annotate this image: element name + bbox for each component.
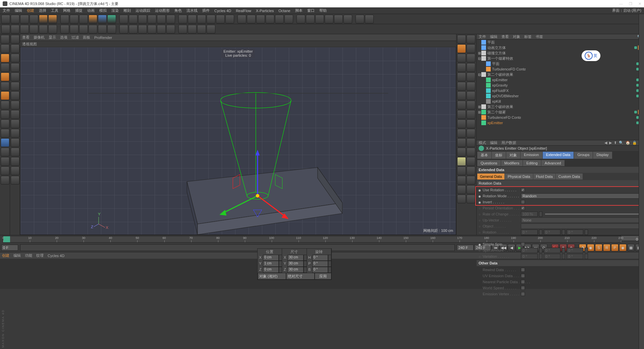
material-tab-编辑[interactable]: 编辑 bbox=[13, 253, 21, 258]
vp-menu-ProRender[interactable]: ProRender bbox=[94, 36, 112, 40]
menu-插件[interactable]: 插件 bbox=[202, 8, 210, 13]
toolbar-button[interactable] bbox=[157, 15, 166, 23]
side-button[interactable] bbox=[467, 35, 475, 44]
object-row[interactable]: xpGravity bbox=[477, 83, 644, 88]
tab-Questions[interactable]: Questions bbox=[477, 160, 501, 166]
menu-文件[interactable]: 文件 bbox=[3, 8, 10, 13]
expand-icon[interactable]: ⊞ bbox=[478, 51, 481, 55]
side-button[interactable] bbox=[467, 101, 475, 109]
palette-button[interactable] bbox=[11, 110, 19, 119]
timeline-ruler[interactable]: 0102030405060708090100110120130140150160… bbox=[0, 235, 644, 243]
palette-button[interactable] bbox=[1, 166, 9, 175]
palette-button[interactable] bbox=[11, 35, 19, 44]
size-input[interactable]: 30 cm bbox=[287, 255, 303, 261]
object-name[interactable]: TurbulenceFD Contair bbox=[492, 67, 526, 71]
side-button[interactable] bbox=[467, 119, 475, 128]
toolbar-button[interactable] bbox=[70, 25, 78, 34]
toolbar-button[interactable] bbox=[197, 25, 206, 34]
object-name[interactable]: xpGravity bbox=[492, 83, 526, 87]
menu-运动跟踪[interactable]: 运动跟踪 bbox=[136, 8, 150, 13]
object-name[interactable]: 动画立方体 bbox=[487, 45, 521, 50]
tab-Extended Data[interactable]: Extended Data bbox=[543, 152, 574, 159]
attr-nav-icon[interactable]: 🔒 bbox=[632, 141, 637, 145]
menu-流水线[interactable]: 流水线 bbox=[186, 8, 198, 13]
objmgr-书签[interactable]: 书签 bbox=[536, 34, 543, 39]
objmgr-对象[interactable]: 对象 bbox=[513, 34, 520, 39]
toolbar-button[interactable] bbox=[138, 15, 147, 23]
menu-工具[interactable]: 工具 bbox=[51, 8, 58, 13]
object-name[interactable]: TurbulenceFD Contair bbox=[487, 115, 521, 119]
anim-bullet[interactable] bbox=[478, 188, 481, 192]
ime-badge[interactable]: 🦌 英 bbox=[582, 50, 600, 61]
anim-bullet[interactable] bbox=[478, 230, 481, 234]
object-row[interactable]: 动画立方体 bbox=[477, 45, 644, 50]
menu-捕捉[interactable]: 捕捉 bbox=[75, 8, 83, 13]
side-button[interactable] bbox=[457, 101, 466, 109]
palette-button[interactable] bbox=[11, 138, 19, 147]
object-tree[interactable]: 平面动画立方体⊞碰撞立方体⊟第一个烟雾特效平面TurbulenceFD Cont… bbox=[477, 40, 644, 140]
side-button[interactable] bbox=[467, 82, 475, 91]
coord-size-select[interactable]: 绝对尺寸 bbox=[286, 273, 315, 280]
side-button[interactable] bbox=[457, 148, 466, 156]
side-button[interactable] bbox=[467, 176, 475, 185]
side-button[interactable] bbox=[467, 63, 475, 72]
side-button[interactable] bbox=[457, 72, 466, 81]
objmgr-编辑[interactable]: 编辑 bbox=[490, 34, 497, 39]
size-input[interactable]: 30 cm bbox=[287, 267, 303, 273]
range-start-input[interactable]: 0 F bbox=[1, 245, 18, 251]
toolbar-button[interactable] bbox=[284, 15, 293, 23]
palette-button[interactable] bbox=[1, 129, 9, 138]
palette-button[interactable] bbox=[11, 72, 19, 81]
rotation-input[interactable]: 0 ° bbox=[312, 267, 328, 273]
toolbar-button[interactable] bbox=[89, 15, 97, 23]
palette-button[interactable] bbox=[11, 82, 19, 91]
objmgr-标签[interactable]: 标签 bbox=[524, 34, 532, 39]
palette-button[interactable] bbox=[1, 110, 9, 119]
toolbar-button[interactable] bbox=[178, 15, 187, 23]
attr-nav-icon[interactable]: 🏠 bbox=[626, 141, 630, 145]
menu-Octane[interactable]: Octane bbox=[278, 9, 290, 13]
viewport-3d[interactable]: Emitter: xpEmitter Live particles: 0 bbox=[20, 47, 456, 235]
maximize-button[interactable]: ❐ bbox=[629, 2, 632, 6]
material-tab-纹理[interactable]: 纹理 bbox=[36, 253, 44, 258]
vp-menu-显示[interactable]: 显示 bbox=[49, 35, 56, 40]
rotation-input[interactable]: 0 ° bbox=[312, 255, 328, 261]
toolbar-button[interactable] bbox=[207, 15, 215, 23]
object-row[interactable]: ⊞第二个烟雾 bbox=[477, 109, 644, 115]
attr-menu-模式[interactable]: 模式 bbox=[479, 140, 486, 145]
palette-button[interactable] bbox=[1, 148, 9, 156]
menu-雕刻[interactable]: 雕刻 bbox=[123, 8, 131, 13]
toolbar-button[interactable] bbox=[237, 15, 246, 23]
side-button[interactable] bbox=[457, 185, 466, 194]
side-button[interactable] bbox=[467, 44, 475, 53]
attr-nav-icon[interactable]: 🔍 bbox=[619, 141, 624, 145]
object-row[interactable]: xpOVDBMesher bbox=[477, 93, 644, 99]
palette-button[interactable] bbox=[1, 54, 9, 62]
anim-bullet[interactable] bbox=[478, 212, 481, 216]
side-button[interactable] bbox=[467, 129, 475, 138]
toolbar-button[interactable] bbox=[89, 25, 97, 34]
object-row[interactable]: xpEmitter bbox=[477, 77, 644, 83]
toolbar-button[interactable] bbox=[247, 15, 256, 23]
menu-网格[interactable]: 网格 bbox=[63, 8, 70, 13]
objmgr-查看[interactable]: 查看 bbox=[501, 34, 509, 39]
toolbar-button[interactable] bbox=[11, 15, 19, 23]
innertab-Custom Data[interactable]: Custom Data bbox=[556, 173, 583, 180]
toolbar-button[interactable] bbox=[129, 25, 138, 34]
dropdown[interactable]: Random bbox=[521, 193, 643, 199]
toolbar-button[interactable] bbox=[119, 25, 128, 34]
material-tab-Cycles 4D[interactable]: Cycles 4D bbox=[48, 254, 64, 258]
side-button[interactable] bbox=[457, 54, 466, 62]
menu-角色[interactable]: 角色 bbox=[174, 8, 182, 13]
menu-RealFlow[interactable]: RealFlow bbox=[236, 9, 251, 13]
object-row[interactable]: ⊞第三个破碎效果 bbox=[477, 104, 644, 109]
side-button[interactable] bbox=[457, 129, 466, 138]
toolbar-button[interactable] bbox=[157, 25, 166, 34]
toolbar-button[interactable] bbox=[297, 15, 305, 23]
toolbar-button[interactable] bbox=[365, 15, 374, 23]
toolbar-button[interactable] bbox=[98, 15, 107, 23]
innertab-General Data[interactable]: General Data bbox=[477, 173, 504, 180]
toolbar-button[interactable] bbox=[79, 25, 88, 34]
attr-menu-用户数据[interactable]: 用户数据 bbox=[501, 140, 516, 145]
object-name[interactable]: xpOVDBMesher bbox=[492, 94, 526, 98]
